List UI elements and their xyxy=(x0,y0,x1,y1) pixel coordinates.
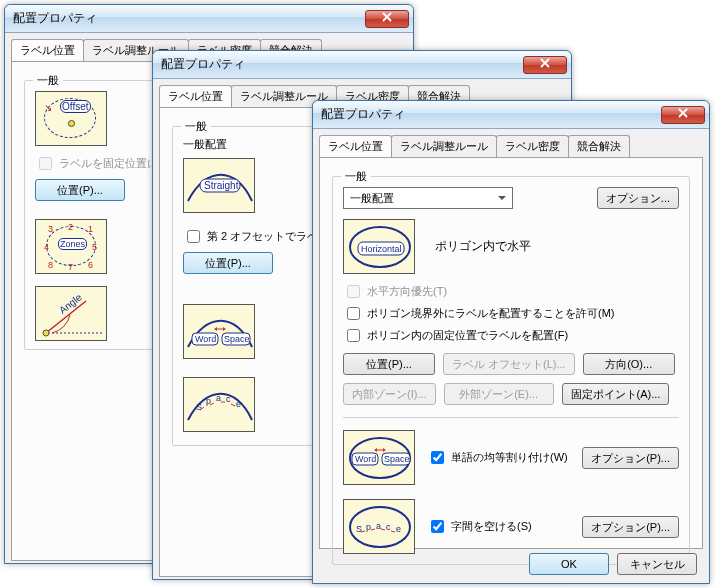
desc-horizontal: ポリゴン内で水平 xyxy=(435,238,531,255)
svg-text:Word: Word xyxy=(355,454,376,464)
svg-text:Straight: Straight xyxy=(204,180,239,191)
svg-text:Space: Space xyxy=(384,454,410,464)
thumb-offset: ↘ Offset xyxy=(35,91,107,146)
dialog-footer: OK キャンセル xyxy=(529,553,697,575)
thumb-horizontal: Horizontal xyxy=(343,219,415,274)
svg-text:c: c xyxy=(386,522,391,532)
svg-text:Angle: Angle xyxy=(57,291,84,316)
dialog-title: 配置プロパティ xyxy=(321,106,661,123)
chk-fixed-in-polygon[interactable] xyxy=(347,329,360,342)
thumb-zones-text: Zones xyxy=(58,238,87,250)
chk-second-offset-label: 第 2 オフセットでラベ xyxy=(207,229,318,244)
btn-fixed-point[interactable]: 固定ポイント(A)... xyxy=(562,383,670,405)
close-button[interactable] xyxy=(523,56,567,74)
chk-horizontal-priority-label: 水平方向優先(T) xyxy=(367,284,447,299)
tab-body: 一般 一般配置 オプション... Horizontal ポリゴン内で水平 xyxy=(319,157,703,549)
frame-general-label: 一般 xyxy=(33,73,63,88)
titlebar[interactable]: 配置プロパティ xyxy=(313,101,709,129)
dialog-title: 配置プロパティ xyxy=(13,10,365,27)
chk-allow-outside-label: ポリゴン境界外にラベルを配置することを許可(M) xyxy=(367,306,615,321)
btn-inner-zone: 内部ゾーン(I)... xyxy=(343,383,436,405)
btn-label-offset: ラベル オフセット(L)... xyxy=(443,353,575,375)
dialog-title: 配置プロパティ xyxy=(161,56,523,73)
chk-char-space-label: 字間を空ける(S) xyxy=(451,519,532,534)
thumb-word-space: Word Space xyxy=(343,430,415,485)
svg-text:c: c xyxy=(226,394,231,404)
dialog-placement-3: 配置プロパティ ラベル位置 ラベル調整ルール ラベル密度 競合解決 一般 一般配… xyxy=(312,100,710,584)
thumb-word-space: Word Space xyxy=(183,304,255,359)
btn-position[interactable]: 位置(P)... xyxy=(35,179,125,201)
svg-point-2 xyxy=(43,330,49,336)
tab-label-position[interactable]: ラベル位置 xyxy=(319,135,392,157)
btn-option-word[interactable]: オプション(P)... xyxy=(582,447,679,469)
titlebar[interactable]: 配置プロパティ xyxy=(5,5,413,33)
svg-text:Horizontal: Horizontal xyxy=(361,244,402,254)
chk-allow-outside[interactable] xyxy=(347,307,360,320)
tabstrip: ラベル位置 ラベル調整ルール ラベル密度 競合解決 xyxy=(313,129,709,157)
thumb-straight: Straight xyxy=(183,158,255,213)
btn-position[interactable]: 位置(P)... xyxy=(183,252,273,274)
btn-outer-zone: 外部ゾーン(E)... xyxy=(444,383,554,405)
svg-text:a: a xyxy=(376,521,381,531)
select-general-placement-value: 一般配置 xyxy=(350,192,394,204)
chk-word-even-label: 単語の均等割り付け(W) xyxy=(451,450,568,465)
svg-text:Space: Space xyxy=(224,334,250,344)
btn-position[interactable]: 位置(P)... xyxy=(343,353,435,375)
tab-label-density[interactable]: ラベル密度 xyxy=(496,135,569,157)
tab-label-adjust[interactable]: ラベル調整ルール xyxy=(391,135,497,157)
frame-general-label: 一般 xyxy=(341,169,371,184)
close-button[interactable] xyxy=(661,106,705,124)
select-general-placement[interactable]: 一般配置 xyxy=(343,187,513,209)
btn-direction[interactable]: 方向(O)... xyxy=(583,353,675,375)
svg-text:a: a xyxy=(216,393,221,403)
thumb-space: S p a c e xyxy=(183,377,255,432)
tab-conflict[interactable]: 競合解決 xyxy=(568,135,630,157)
btn-cancel[interactable]: キャンセル xyxy=(617,553,697,575)
chk-horizontal-priority xyxy=(347,285,360,298)
frame-general-label: 一般 xyxy=(181,119,211,134)
chk-word-even[interactable] xyxy=(431,451,444,464)
tab-label-position[interactable]: ラベル位置 xyxy=(159,85,232,107)
titlebar[interactable]: 配置プロパティ xyxy=(153,51,571,79)
thumb-offset-text: Offset xyxy=(60,100,91,113)
btn-option[interactable]: オプション... xyxy=(597,187,679,209)
svg-line-35 xyxy=(371,529,375,530)
svg-line-18 xyxy=(231,404,235,406)
svg-text:Word: Word xyxy=(195,334,216,344)
svg-text:e: e xyxy=(396,524,401,534)
thumb-space: S p a c e xyxy=(343,499,415,554)
btn-ok[interactable]: OK xyxy=(529,553,609,575)
svg-text:p: p xyxy=(366,522,371,532)
svg-text:e: e xyxy=(236,399,241,409)
chk-second-offset[interactable] xyxy=(187,230,200,243)
close-button[interactable] xyxy=(365,10,409,28)
tab-label-position[interactable]: ラベル位置 xyxy=(11,39,84,61)
thumb-angle: Angle xyxy=(35,286,107,341)
thumb-zones: Zones 3 2 1 4 5 8 7 6 xyxy=(35,219,107,274)
svg-line-36 xyxy=(381,529,385,530)
btn-option-char[interactable]: オプション(P)... xyxy=(582,516,679,538)
svg-text:S: S xyxy=(196,402,202,412)
svg-line-37 xyxy=(391,531,395,532)
chk-fixed-position xyxy=(39,157,52,170)
separator xyxy=(343,417,679,418)
chk-fixed-in-polygon-label: ポリゴン内の固定位置でラベルを配置(F) xyxy=(367,328,568,343)
chk-char-space[interactable] xyxy=(431,520,444,533)
svg-text:S: S xyxy=(356,524,362,534)
